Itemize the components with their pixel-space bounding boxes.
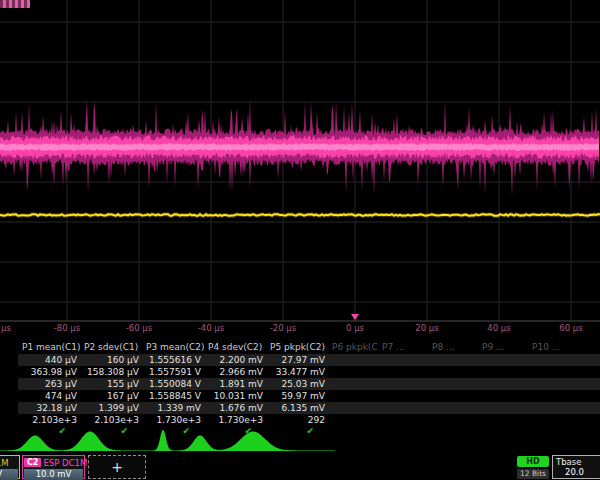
channel-c2-descriptor[interactable]: C2 ESP DC1M 10.0 mV: [22, 455, 85, 479]
c2-label-chip: C2: [24, 458, 41, 467]
stat-min-p5: 25.03 mV: [266, 378, 328, 390]
stat-min-p1: 263 µV: [18, 378, 80, 390]
c2-coupling-label: ESP DC1M: [43, 458, 87, 468]
stat-value-p4: 2.200 mV: [204, 354, 266, 366]
stat-max-p2: 167 µV: [80, 390, 142, 402]
time-axis-label: 20 µs: [415, 323, 438, 333]
param-header-p4[interactable]: P4 sdev(C2): [204, 341, 266, 354]
hd-bits-label: 12 Bits: [517, 469, 549, 479]
stat-min-p3: 1.550084 V: [142, 378, 204, 390]
stat-row-num: 2.103e+32.103e+31.730e+31.730e+3292: [18, 414, 600, 426]
timebase-title: Tbase: [553, 456, 600, 467]
stat-row-max: 474 µV167 µV1.558845 V10.031 mV59.97 mV: [18, 390, 600, 402]
waveform-grid-area: -100 µs-80 µs-60 µs-40 µs-20 µs0 µs20 µs…: [0, 0, 600, 334]
stat-min-p4: 1.891 mV: [204, 378, 266, 390]
param-header-p9[interactable]: P9 ...: [478, 341, 528, 354]
stat-row-value: 440 µV160 µV1.555616 V2.200 mV27.97 mV: [18, 354, 600, 366]
c1-coupling-label: DC1M: [0, 458, 9, 468]
stat-max-p3: 1.558845 V: [142, 390, 204, 402]
stat-sdev-p2: 1.399 µV: [80, 402, 142, 414]
c2-scale-value: 10.0 mV: [24, 469, 83, 480]
stat-sdev-p5: 6.135 mV: [266, 402, 328, 414]
stat-row-mean: 363.98 µV158.308 µV1.557591 V2.966 mV33.…: [18, 366, 600, 378]
stat-max-p1: 474 µV: [18, 390, 80, 402]
stat-max-p4: 10.031 mV: [204, 390, 266, 402]
time-axis-label: -20 µs: [270, 323, 296, 333]
stat-num-p4: 1.730e+3: [204, 414, 266, 426]
stat-mean-p2: 158.308 µV: [80, 366, 142, 378]
channel-c1-descriptor[interactable]: C1 DC1M 0 mV: [0, 455, 20, 479]
histicon-strip: [0, 430, 600, 456]
waveform-traces: [0, 0, 600, 334]
stat-max-p5: 59.97 mV: [266, 390, 328, 402]
time-axis-label: -100 µs: [0, 323, 11, 333]
hd-mode-badge[interactable]: HD: [517, 456, 549, 467]
stat-num-p3: 1.730e+3: [142, 414, 204, 426]
stat-mean-p5: 33.477 mV: [266, 366, 328, 378]
param-header-p5[interactable]: P5 pkpk(C2): [266, 341, 328, 354]
stat-mean-p3: 1.557591 V: [142, 366, 204, 378]
time-axis-label: 0 µs: [346, 323, 364, 333]
time-axis-label: 60 µs: [559, 323, 582, 333]
c1-scale-value: 0 mV: [0, 469, 18, 480]
table-header-row: P1 mean(C1)P2 sdev(C1)P3 mean(C2)P4 sdev…: [18, 341, 600, 354]
stat-value-p2: 160 µV: [80, 354, 142, 366]
param-header-p3[interactable]: P3 mean(C2): [142, 341, 204, 354]
param-header-p7[interactable]: P7 ...: [378, 341, 428, 354]
stat-row-min: 263 µV155 µV1.550084 V1.891 mV25.03 mV: [18, 378, 600, 390]
param-header-p8[interactable]: P8 ...: [428, 341, 478, 354]
param-header-p2[interactable]: P2 sdev(C1): [80, 341, 142, 354]
stat-min-p2: 155 µV: [80, 378, 142, 390]
time-axis-label: -80 µs: [54, 323, 80, 333]
stat-row-sdev: 32.18 µV1.399 µV1.339 mV1.676 mV6.135 mV: [18, 402, 600, 414]
stat-value-p5: 27.97 mV: [266, 354, 328, 366]
measurement-table: P1 mean(C1)P2 sdev(C1)P3 mean(C2)P4 sdev…: [18, 341, 600, 436]
stat-mean-p1: 363.98 µV: [18, 366, 80, 378]
time-axis-label: -60 µs: [126, 323, 152, 333]
stat-sdev-p3: 1.339 mV: [142, 402, 204, 414]
trigger-time-marker-icon[interactable]: [351, 314, 359, 320]
param-header-p1[interactable]: P1 mean(C1): [18, 341, 80, 354]
param-header-p6[interactable]: P6 pkpk(C3): [328, 341, 378, 354]
stat-sdev-p4: 1.676 mV: [204, 402, 266, 414]
add-trace-button[interactable]: +: [88, 455, 146, 479]
stat-value-p3: 1.555616 V: [142, 354, 204, 366]
timebase-value: 20.0: [553, 467, 600, 478]
stat-sdev-p1: 32.18 µV: [18, 402, 80, 414]
stat-mean-p4: 2.966 mV: [204, 366, 266, 378]
param-header-p10[interactable]: P10 ...: [528, 341, 578, 354]
oscilloscope-screen: -100 µs-80 µs-60 µs-40 µs-20 µs0 µs20 µs…: [0, 0, 600, 480]
stat-num-p2: 2.103e+3: [80, 414, 142, 426]
time-axis-label: 40 µs: [487, 323, 510, 333]
stat-num-p5: 292: [266, 414, 328, 426]
stat-num-p1: 2.103e+3: [18, 414, 80, 426]
trace-annotation-chip[interactable]: [0, 0, 30, 8]
stat-value-p1: 440 µV: [18, 354, 80, 366]
timebase-descriptor[interactable]: Tbase 20.0: [552, 455, 600, 479]
time-axis-label: -40 µs: [198, 323, 224, 333]
